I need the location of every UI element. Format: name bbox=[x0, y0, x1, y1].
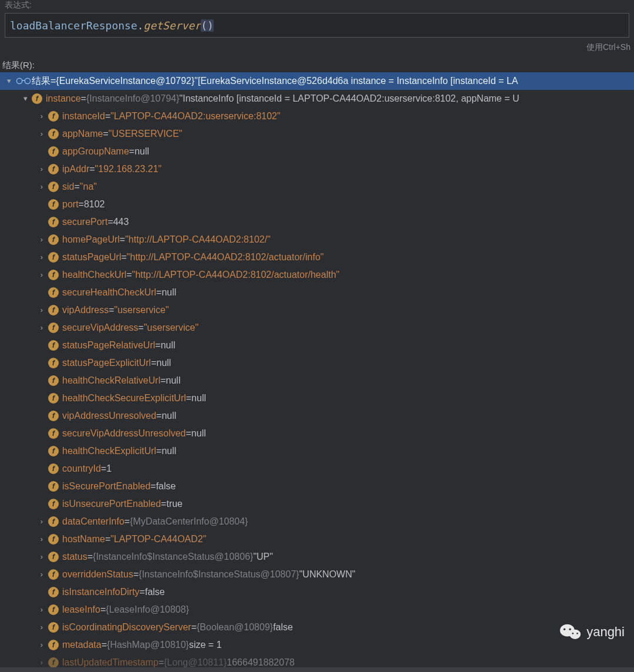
chevron-right-icon[interactable]: › bbox=[38, 231, 46, 248]
field-type: {LeaseInfo@10808} bbox=[106, 601, 189, 619]
tree-field-row[interactable]: ›fipAddr = "192.168.23.21" bbox=[0, 160, 634, 178]
chevron-right-icon[interactable]: › bbox=[38, 513, 46, 530]
field-eq: = bbox=[81, 90, 86, 107]
shortcut-hint: 使用Ctrl+Sh bbox=[0, 41, 634, 58]
tree-field-row[interactable]: ›fstatus = {InstanceInfo$InstanceStatus@… bbox=[0, 548, 634, 566]
field-name: hostName bbox=[62, 530, 105, 548]
field-badge-icon: f bbox=[48, 340, 59, 351]
field-value: "http://LAPTOP-CA44OAD2:8102/actuator/he… bbox=[132, 266, 339, 284]
tree-field-row[interactable]: ›fisInstanceInfoDirty = false bbox=[0, 583, 634, 601]
tree-field-row[interactable]: ›fhealthCheckUrl = "http://LAPTOP-CA44OA… bbox=[0, 266, 634, 284]
field-eq: = bbox=[126, 266, 131, 284]
tree-field-row[interactable]: ›fappName = "USERSERVICE" bbox=[0, 125, 634, 143]
tree-field-row[interactable]: ›fsecureVipAddressUnresolved = null bbox=[0, 425, 634, 442]
watermark: yanghi bbox=[559, 623, 625, 641]
results-tree[interactable]: ▾ 结果 = {EurekaServiceInstance@10792} "[E… bbox=[0, 72, 634, 671]
chevron-down-icon[interactable]: ▾ bbox=[5, 72, 13, 90]
field-name: isCoordinatingDiscoveryServer bbox=[62, 619, 191, 636]
tree-field-row[interactable]: ›fvipAddressUnresolved = null bbox=[0, 407, 634, 425]
chevron-right-icon[interactable]: › bbox=[38, 636, 46, 654]
field-value: false bbox=[145, 583, 165, 601]
field-eq: = bbox=[89, 160, 95, 178]
tree-field-row[interactable]: ›fstatusPageExplicitUrl = null bbox=[0, 354, 634, 372]
tree-field-row[interactable]: ›fhealthCheckSecureExplicitUrl = null bbox=[0, 389, 634, 407]
field-name: appName bbox=[62, 125, 103, 143]
field-eq: = bbox=[156, 407, 161, 425]
chevron-right-icon[interactable]: › bbox=[38, 248, 46, 266]
field-eq: = bbox=[133, 566, 139, 583]
field-badge-icon: f bbox=[48, 375, 59, 386]
tree-field-row[interactable]: ›fsecurePort = 443 bbox=[0, 213, 634, 231]
chevron-right-icon[interactable]: › bbox=[38, 530, 46, 548]
svg-point-1 bbox=[25, 78, 30, 83]
chevron-down-icon[interactable]: ▾ bbox=[21, 90, 29, 107]
tree-field-row[interactable]: ›fvipAddress = "userservice" bbox=[0, 301, 634, 319]
field-eq: = bbox=[100, 601, 106, 619]
chevron-right-icon[interactable]: › bbox=[38, 178, 46, 196]
tree-field-row[interactable]: ›fisSecurePortEnabled = false bbox=[0, 478, 634, 495]
field-type: {InstanceInfo@10794} bbox=[86, 90, 180, 107]
tree-field-row[interactable]: ›fmetadata = {HashMap@10810} size = 1 bbox=[0, 636, 634, 654]
field-eq: = bbox=[156, 284, 161, 301]
tree-field-row[interactable]: ›fport = 8102 bbox=[0, 196, 634, 213]
tree-root-row[interactable]: ▾ 结果 = {EurekaServiceInstance@10792} "[E… bbox=[0, 72, 634, 90]
tree-field-row[interactable]: ›fappGroupName = null bbox=[0, 143, 634, 160]
chevron-right-icon[interactable]: › bbox=[38, 566, 46, 583]
chevron-right-icon[interactable]: › bbox=[38, 601, 46, 619]
tree-field-row[interactable]: ›fcountryId = 1 bbox=[0, 460, 634, 478]
field-value: "UNKNOWN" bbox=[299, 566, 356, 583]
field-value: true bbox=[166, 495, 183, 513]
field-name: ipAddr bbox=[62, 160, 89, 178]
tree-field-row[interactable]: ›fsecureHealthCheckUrl = null bbox=[0, 284, 634, 301]
field-badge-icon: f bbox=[48, 270, 59, 280]
field-name: port bbox=[62, 196, 79, 213]
tree-field-row[interactable]: ›fhealthCheckRelativeUrl = null bbox=[0, 372, 634, 389]
chevron-right-icon[interactable]: › bbox=[38, 160, 46, 178]
field-badge-icon: f bbox=[48, 499, 59, 509]
field-eq: = bbox=[186, 389, 191, 407]
field-type: {Boolean@10809} bbox=[197, 619, 273, 636]
tree-field-row[interactable]: ›finstanceId = "LAPTOP-CA44OAD2:userserv… bbox=[0, 107, 634, 125]
field-value: 1 bbox=[106, 460, 112, 478]
field-badge-icon: f bbox=[48, 481, 59, 492]
tree-field-row[interactable]: ›fsid = "na" bbox=[0, 178, 634, 196]
bottom-scrollbar[interactable] bbox=[0, 667, 634, 672]
field-name: countryId bbox=[62, 460, 101, 478]
tree-field-row[interactable]: ›fhealthCheckExplicitUrl = null bbox=[0, 442, 634, 460]
field-badge-icon: f bbox=[48, 182, 59, 192]
field-eq: = bbox=[156, 442, 161, 460]
field-name: secureVipAddress bbox=[62, 319, 139, 337]
field-name: metadata bbox=[62, 636, 102, 654]
chevron-right-icon[interactable]: › bbox=[38, 548, 46, 566]
watermark-text: yanghi bbox=[586, 624, 625, 640]
field-eq: = bbox=[129, 143, 134, 160]
field-eq: = bbox=[155, 337, 160, 354]
tree-field-row[interactable]: ›fdataCenterInfo = {MyDataCenterInfo@108… bbox=[0, 513, 634, 530]
field-eq: = bbox=[150, 478, 156, 495]
tree-field-row[interactable]: ›fhomePageUrl = "http://LAPTOP-CA44OAD2:… bbox=[0, 231, 634, 248]
chevron-right-icon[interactable]: › bbox=[38, 301, 46, 319]
field-badge-icon: f bbox=[48, 217, 59, 227]
tree-instance-row[interactable]: ▾ f instance = {InstanceInfo@10794} "Ins… bbox=[0, 90, 634, 107]
tree-field-row[interactable]: ›fhostName = "LAPTOP-CA44OAD2" bbox=[0, 530, 634, 548]
field-badge-icon: f bbox=[48, 411, 59, 421]
tree-field-row[interactable]: ›fstatusPageUrl = "http://LAPTOP-CA44OAD… bbox=[0, 248, 634, 266]
tree-field-row[interactable]: ›foverriddenStatus = {InstanceInfo$Insta… bbox=[0, 566, 634, 583]
root-eq: = bbox=[50, 72, 56, 90]
tree-field-row[interactable]: ›fleaseInfo = {LeaseInfo@10808} bbox=[0, 601, 634, 619]
field-eq: = bbox=[186, 425, 191, 442]
field-name: appGroupName bbox=[62, 143, 129, 160]
chevron-right-icon[interactable]: › bbox=[38, 619, 46, 636]
field-badge-icon: f bbox=[48, 358, 59, 368]
field-eq: = bbox=[103, 125, 108, 143]
chevron-right-icon[interactable]: › bbox=[38, 319, 46, 337]
tree-field-row[interactable]: ›fsecureVipAddress = "userservice" bbox=[0, 319, 634, 337]
chevron-right-icon[interactable]: › bbox=[38, 125, 46, 143]
field-value: size = 1 bbox=[189, 636, 222, 654]
tree-field-row[interactable]: ›fisCoordinatingDiscoveryServer = {Boole… bbox=[0, 619, 634, 636]
tree-field-row[interactable]: ›fisUnsecurePortEnabled = true bbox=[0, 495, 634, 513]
chevron-right-icon[interactable]: › bbox=[38, 107, 46, 125]
tree-field-row[interactable]: ›fstatusPageRelativeUrl = null bbox=[0, 337, 634, 354]
expression-input[interactable]: loadBalancerResponse.getServer() bbox=[5, 13, 629, 38]
chevron-right-icon[interactable]: › bbox=[38, 266, 46, 284]
